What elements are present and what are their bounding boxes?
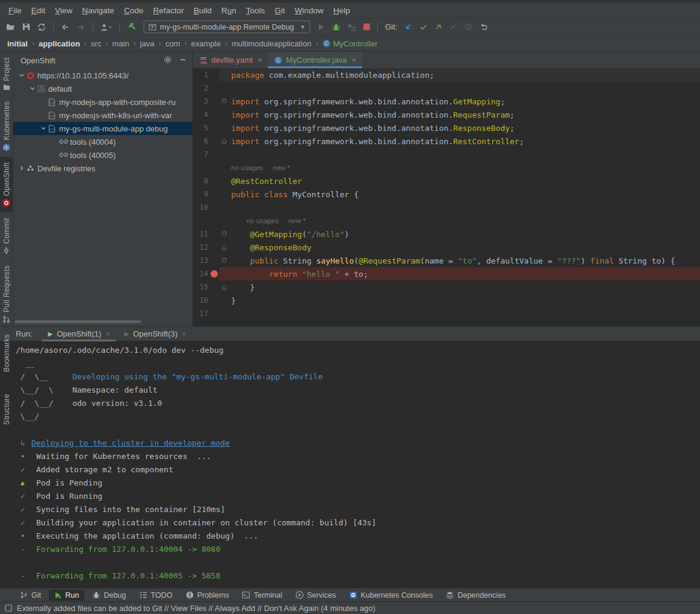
- menu-build[interactable]: Build: [189, 4, 217, 17]
- tree-item-tools-40005[interactable]: tools (40005): [13, 148, 192, 162]
- code-line-body[interactable]: [219, 81, 700, 95]
- tree-item-my-gs-multi-module-app-debug[interactable]: my-gs-multi-module-app debug: [13, 122, 192, 135]
- code-line-body[interactable]: @GetMapping("/hello"): [219, 227, 700, 241]
- sidebar-item-commit[interactable]: Commit: [0, 212, 13, 260]
- menu-view[interactable]: View: [50, 4, 77, 17]
- code-line-body[interactable]: return "hello " + to;: [219, 267, 700, 280]
- sidebar-item-openshift[interactable]: OpenShift: [0, 157, 13, 212]
- minimize-icon[interactable]: [179, 56, 186, 65]
- toolbar-bug-icon[interactable]: [332, 23, 340, 31]
- sidebar-item-kubernetes[interactable]: Kubernetes: [0, 96, 13, 156]
- tree-item-my-nodesjs-with-k8s-uri-with-var[interactable]: my-nodesjs-with-k8s-uri-with-var: [13, 109, 192, 122]
- tree-item-tools-40004[interactable]: tools (40004): [13, 135, 192, 148]
- toolwindow-button-services[interactable]: Services: [290, 590, 342, 601]
- breadcrumb-example[interactable]: example: [191, 39, 221, 48]
- tree-item-my-nodejs-app-with-composite-ru[interactable]: my-nodejs-app-with-composite-ru: [13, 95, 192, 109]
- run-tab-openshift-3[interactable]: ▶OpenShift(3)×: [117, 327, 193, 341]
- fold-marker-icon[interactable]: [219, 98, 229, 104]
- horizontal-scrollbar[interactable]: [14, 320, 141, 323]
- breakpoint-gutter[interactable]: [209, 270, 219, 277]
- close-icon[interactable]: ×: [106, 330, 110, 338]
- code-text[interactable]: @RestController: [229, 177, 302, 186]
- menu-git[interactable]: Git: [270, 4, 290, 17]
- toolwindow-button-problems[interactable]: Problems: [180, 590, 235, 601]
- code-text[interactable]: import org.springframework.web.bind.anno…: [229, 124, 515, 133]
- chevron-down-icon[interactable]: [39, 125, 48, 131]
- toolbar-profiler-icon[interactable]: [348, 23, 356, 31]
- toolbar-git-undo-icon[interactable]: [480, 23, 488, 31]
- code-line-body[interactable]: import org.springframework.web.bind.anno…: [219, 121, 700, 135]
- fold-marker-icon[interactable]: [219, 138, 229, 144]
- toolwindow-button-debug[interactable]: Debug: [87, 590, 132, 601]
- code-text[interactable]: import org.springframework.web.bind.anno…: [229, 97, 505, 106]
- code-line-body[interactable]: }: [219, 294, 700, 307]
- breakpoint-icon[interactable]: [211, 270, 218, 277]
- code-line-body[interactable]: import org.springframework.web.bind.anno…: [219, 95, 700, 108]
- code-text[interactable]: return "hello " + to;: [229, 270, 368, 279]
- close-icon[interactable]: ×: [182, 330, 186, 338]
- code-text[interactable]: import org.springframework.web.bind.anno…: [229, 137, 524, 146]
- code-line-body[interactable]: [219, 201, 700, 214]
- menu-window[interactable]: Window: [290, 4, 328, 17]
- fold-marker-icon[interactable]: [219, 284, 229, 290]
- chevron-right-icon[interactable]: [17, 165, 27, 171]
- toolbar-user-icon[interactable]: [100, 23, 112, 31]
- toolwindow-button-kubernetes-consoles[interactable]: Kubernetes Consoles: [344, 590, 439, 601]
- event-log-icon[interactable]: [5, 604, 12, 612]
- code-editor[interactable]: 1package com.example.multimoduleapplicat…: [193, 68, 700, 326]
- tree-item-devfile-registries[interactable]: Devfile registries: [13, 162, 192, 175]
- toolwindow-button-terminal[interactable]: Terminal: [237, 590, 287, 601]
- fold-marker-icon[interactable]: [219, 231, 229, 237]
- toolbar-back-icon[interactable]: [61, 23, 69, 31]
- code-text[interactable]: }: [229, 283, 255, 292]
- toolbar-git-clock-icon[interactable]: [465, 23, 472, 31]
- code-line-body[interactable]: public String sayHello(@RequestParam(nam…: [219, 254, 700, 267]
- code-text[interactable]: }: [229, 296, 236, 305]
- toolbar-stop-icon[interactable]: [363, 24, 370, 30]
- code-text[interactable]: @GetMapping("/hello"): [229, 230, 349, 239]
- toolbar-sync-icon[interactable]: [37, 23, 46, 31]
- code-line-body[interactable]: no usagesnew *: [219, 214, 700, 227]
- code-line-body[interactable]: import org.springframework.web.bind.anno…: [219, 135, 700, 148]
- run-configuration-combo[interactable]: my-gs-multi-module-app Remote Debug▼: [144, 21, 310, 33]
- code-line-body[interactable]: import org.springframework.web.bind.anno…: [219, 108, 700, 121]
- toolbar-git-push-icon[interactable]: [434, 23, 442, 31]
- toolwindow-button-dependencies[interactable]: Dependencies: [441, 590, 511, 601]
- code-text[interactable]: @ResponseBody: [229, 243, 311, 252]
- toolwindow-button-git[interactable]: Git: [14, 590, 46, 601]
- toolwindow-button-todo[interactable]: TODO: [134, 590, 178, 601]
- tree-item-https-10-10-10-105-6443[interactable]: https://10.10.10.105:6443/: [13, 69, 192, 82]
- menu-refactor[interactable]: Refactor: [148, 4, 189, 17]
- code-text[interactable]: package com.example.multimoduleapplicati…: [229, 71, 434, 80]
- close-icon[interactable]: ×: [258, 55, 262, 65]
- code-line-body[interactable]: @RestController: [219, 174, 700, 188]
- breadcrumb-initial[interactable]: initial: [7, 39, 28, 48]
- code-text[interactable]: import org.springframework.web.bind.anno…: [229, 110, 515, 119]
- code-line-body[interactable]: [219, 148, 700, 161]
- code-text[interactable]: public String sayHello(@RequestParam(nam…: [229, 256, 675, 265]
- menu-help[interactable]: Help: [328, 4, 355, 17]
- breadcrumb-java[interactable]: java: [140, 39, 154, 48]
- menu-file[interactable]: File: [4, 4, 27, 17]
- tree-item-default[interactable]: default: [13, 82, 192, 95]
- menu-tools[interactable]: Tools: [241, 4, 270, 17]
- sidebar-item-pull-requests[interactable]: Pull Requests: [0, 260, 13, 329]
- toolbar-git-incoming-icon[interactable]: [450, 23, 457, 31]
- editor-tab-mycontroller-java[interactable]: CMyController.java×: [268, 52, 362, 68]
- breadcrumb-src[interactable]: src: [91, 39, 101, 48]
- run-console[interactable]: /home/asoro/.odo/cache/3.1.0/odo dev --d…: [0, 341, 700, 588]
- menu-run[interactable]: Run: [217, 4, 241, 17]
- breadcrumb-mycontroller[interactable]: CMyController: [322, 39, 378, 48]
- toolbar-git-commit-icon[interactable]: [419, 23, 427, 31]
- breadcrumb-application[interactable]: application: [39, 39, 80, 48]
- fold-marker-icon[interactable]: [219, 244, 229, 250]
- code-line-body[interactable]: public class MyController {: [219, 188, 700, 201]
- code-line-body[interactable]: package com.example.multimoduleapplicati…: [219, 68, 700, 81]
- menu-navigate[interactable]: Navigate: [77, 4, 119, 17]
- sidebar-item-project[interactable]: Project: [0, 52, 13, 96]
- fold-marker-icon[interactable]: [219, 258, 229, 264]
- code-text[interactable]: public class MyController {: [229, 190, 358, 199]
- editor-tab-devfile-yaml[interactable]: YMLdevfile.yaml×: [193, 52, 268, 68]
- toolbar-save-icon[interactable]: [22, 23, 30, 31]
- toolwindow-button-run[interactable]: Run: [49, 590, 84, 601]
